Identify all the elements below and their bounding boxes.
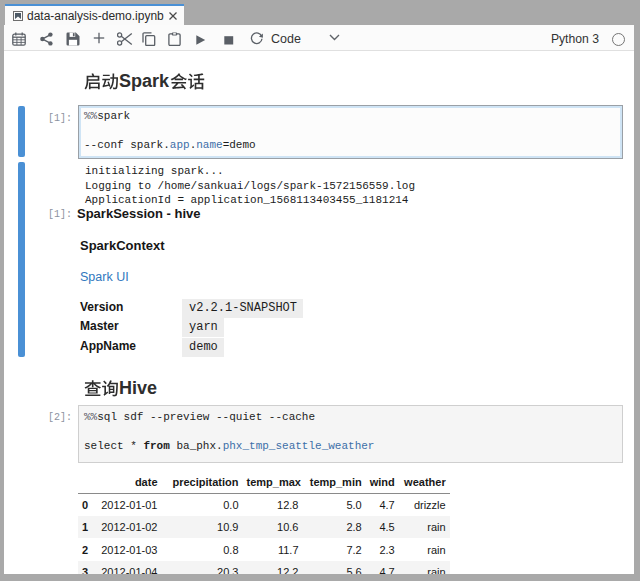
svg-text:Spark: Spark [119,71,170,91]
svg-text:Hive: Hive [119,378,157,398]
